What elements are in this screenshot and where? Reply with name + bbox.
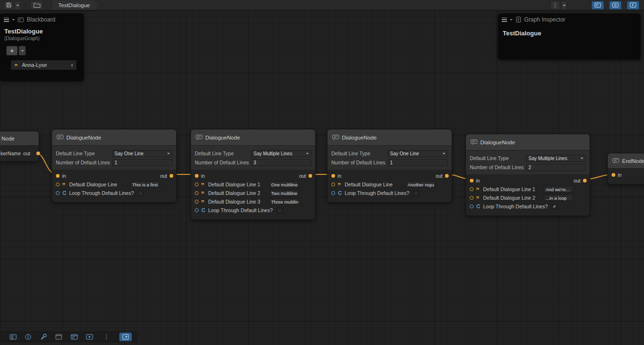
add-field-button[interactable]: + (6, 46, 18, 55)
blackboard-field[interactable]: ” Anna-Lyse ‹ (11, 60, 77, 70)
toggle-preview-button[interactable] (627, 1, 639, 10)
loop-label: Loop Through Default Lines? (345, 190, 409, 196)
dialogue-line-field[interactable]: Three multiline (269, 198, 299, 205)
string-port[interactable] (331, 183, 335, 186)
loop-icon (201, 208, 206, 213)
dialogue-line-field[interactable]: Another regu (406, 181, 435, 188)
loop-checkbox[interactable] (277, 208, 282, 213)
count-field[interactable]: 3 (251, 159, 311, 166)
node-title-bar[interactable]: DialogueNode (52, 129, 176, 146)
board-overlay-button[interactable] (68, 333, 80, 341)
in-port[interactable] (612, 173, 615, 177)
node-title: DialogueNode (480, 140, 515, 145)
breadcrumb-tab[interactable]: TestDialogue (53, 0, 98, 10)
overflow-menu-button[interactable]: ⋮ (550, 1, 560, 10)
bool-port[interactable] (331, 191, 335, 195)
toolbar-separator (25, 2, 25, 9)
folder-icon (33, 2, 41, 8)
in-port[interactable] (470, 179, 474, 183)
graph-inspector-panel[interactable]: Graph Inspector TestDialogue (498, 13, 641, 60)
panel-menu-icon[interactable] (4, 18, 9, 22)
count-field[interactable]: 1 (112, 159, 172, 166)
count-field[interactable]: 1 (388, 159, 448, 166)
node-title-bar[interactable]: DialogueNode (466, 134, 590, 151)
collapse-icon[interactable]: ‹ (71, 63, 73, 67)
window-overlay-button[interactable] (53, 333, 65, 341)
out-port[interactable] (308, 174, 312, 178)
open-asset-button[interactable] (31, 1, 43, 10)
preview-toggle-icon (630, 2, 636, 8)
overlay-more-button[interactable]: ⋮ (100, 333, 113, 341)
bool-port[interactable] (56, 191, 60, 195)
dialogue-node-3[interactable]: DialogueNode Default Line Type Say One L… (327, 129, 452, 203)
string-port[interactable] (195, 183, 199, 186)
panel-menu-icon[interactable] (502, 18, 507, 22)
blackboard-graph-type: (DialogueGraph) (4, 36, 84, 41)
bool-port[interactable] (195, 208, 199, 212)
start-node[interactable]: Node kerName out (0, 131, 39, 162)
node-title: DialogueNode (66, 135, 101, 140)
node-title-bar[interactable]: Node (0, 131, 39, 146)
out-port-label: out (160, 173, 167, 179)
loop-checkbox[interactable] (413, 191, 419, 196)
toggle-blackboard-button[interactable] (591, 1, 604, 10)
node-title-bar[interactable]: DialogueNode (327, 129, 452, 146)
settings-overlay-button[interactable] (37, 333, 50, 341)
loop-checkbox[interactable]: ✓ (552, 204, 557, 209)
out-port-label: out (573, 178, 581, 183)
line-type-dropdown[interactable]: Say Multiple Lines (251, 150, 311, 157)
toggle-inspector-button[interactable] (609, 1, 622, 10)
dialogue-line-field[interactable]: This is a first (130, 181, 160, 188)
out-port[interactable] (169, 174, 173, 178)
loop-icon (338, 191, 342, 195)
dialogue-line-field[interactable]: One multiline (269, 181, 299, 188)
dialogue-line-field[interactable]: ...in a loop (544, 194, 573, 201)
panel-expand-button[interactable] (119, 333, 132, 341)
dialogue-node-1[interactable]: DialogueNode Default Line Type Say One L… (52, 129, 177, 203)
out-port[interactable] (445, 174, 449, 178)
add-field-dropdown[interactable] (19, 46, 26, 55)
play-overlay-button[interactable] (83, 333, 95, 341)
wrench-icon (40, 334, 47, 340)
quote-icon: ” (338, 184, 342, 187)
dialogue-node-icon (196, 135, 202, 140)
line-type-dropdown[interactable]: Say Multiple Lines (526, 155, 586, 162)
dialogue-node-4[interactable]: DialogueNode Default Line Type Say Multi… (465, 134, 590, 216)
blackboard-overlay-button[interactable] (7, 333, 19, 341)
overflow-dropdown-button[interactable] (561, 1, 567, 10)
string-port[interactable] (195, 200, 199, 204)
count-label: Number of Default Lines (195, 160, 251, 165)
dialogue-node-2[interactable]: DialogueNode Default Line Type Say Multi… (190, 129, 316, 220)
line-type-dropdown[interactable]: Say One Line (112, 150, 172, 157)
end-node[interactable]: EndNode in (607, 153, 644, 184)
loop-checkbox[interactable] (138, 191, 143, 196)
node-title-bar[interactable]: EndNode (608, 153, 644, 169)
dialogue-line-field[interactable]: Two multiline (269, 190, 299, 196)
save-button[interactable] (4, 1, 13, 10)
breadcrumb-label: TestDialogue (58, 2, 90, 8)
string-port[interactable] (470, 196, 474, 200)
out-port[interactable] (583, 179, 587, 183)
string-port[interactable] (470, 187, 474, 191)
in-port[interactable] (331, 174, 335, 178)
top-toolbar: TestDialogue ⋮ (0, 0, 644, 11)
count-field[interactable]: 2 (526, 164, 586, 171)
string-port[interactable] (56, 183, 60, 186)
inspector-overlay-button[interactable] (22, 333, 34, 341)
in-port[interactable] (195, 174, 199, 178)
blackboard-panel[interactable]: Blackboard TestDialogue (DialogueGraph) … (0, 13, 84, 81)
port-label: kerName (0, 151, 21, 156)
inspector-toggle-icon (612, 2, 619, 8)
save-dropdown-button[interactable] (14, 1, 21, 10)
bool-port[interactable] (470, 205, 474, 208)
node-title-bar[interactable]: DialogueNode (191, 129, 315, 146)
inspector-icon (516, 17, 521, 22)
foldout-arrow-icon[interactable] (12, 19, 15, 22)
in-port-label: in (62, 173, 66, 179)
in-port[interactable] (56, 174, 60, 178)
dialogue-line-field[interactable]: And we're... (544, 186, 573, 193)
string-port[interactable] (195, 191, 199, 195)
foldout-arrow-icon[interactable] (510, 19, 513, 22)
info-icon (25, 334, 32, 340)
line-type-dropdown[interactable]: Say One Line (388, 150, 448, 157)
